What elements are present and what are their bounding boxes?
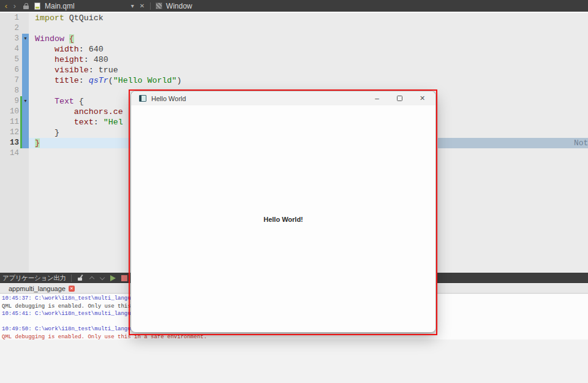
caption-buttons: – ✕ (362, 93, 435, 104)
close-button[interactable]: ✕ (415, 93, 430, 104)
code-token: } (35, 138, 40, 148)
code-token (35, 66, 55, 75)
code-token: title (55, 76, 79, 85)
file-tab[interactable]: Main.qml (45, 2, 75, 10)
code-line[interactable] (29, 23, 588, 34)
code-line[interactable]: import QtQuick (29, 13, 588, 23)
code-token: : (79, 76, 89, 85)
code-token (35, 118, 74, 127)
hello-world-app-window[interactable]: Hello World – ✕ Hello World! (130, 91, 436, 333)
output-line: QML debugging is enabled. Only use this … (2, 333, 588, 339)
editor-toolbar: ‹ › Main.qml ▾ ✕ Window (0, 0, 588, 12)
run-icon[interactable] (110, 275, 116, 281)
previous-item-icon[interactable] (89, 276, 94, 281)
code-token: true (99, 66, 118, 75)
clear-output-icon[interactable] (77, 275, 84, 281)
fold-arrow-icon[interactable]: ▾ (22, 34, 29, 44)
line-number[interactable]: 4 (0, 44, 19, 55)
line-number[interactable]: 3 (0, 34, 19, 44)
close-window-icon: ✕ (420, 94, 425, 102)
fold-arrow-icon[interactable]: ▾ (22, 96, 29, 107)
code-token: : (94, 118, 104, 127)
stop-icon[interactable] (121, 275, 127, 281)
code-token: "Hel (104, 118, 123, 127)
line-number[interactable]: 11 (0, 117, 19, 127)
code-token: ( (108, 76, 113, 85)
current-line-annotation-band: Not (438, 138, 588, 148)
close-document-icon[interactable]: ✕ (140, 2, 145, 9)
code-token (35, 76, 55, 85)
code-token: { (79, 97, 84, 106)
code-token: : (84, 55, 94, 64)
next-item-icon[interactable] (100, 276, 105, 281)
maximize-icon (397, 96, 402, 101)
code-token (35, 97, 55, 106)
line-number[interactable]: 8 (0, 86, 19, 96)
hello-world-text: Hello World! (263, 216, 303, 223)
line-number[interactable]: 9 (0, 96, 19, 107)
lock-icon[interactable] (23, 3, 29, 9)
symbol-icon (156, 2, 162, 9)
line-number[interactable]: 12 (0, 127, 19, 138)
line-annotation: Not (574, 138, 588, 148)
minimize-button[interactable]: – (369, 93, 385, 104)
dropdown-icon[interactable]: ▾ (131, 2, 134, 9)
line-number[interactable]: 2 (0, 23, 19, 34)
line-number[interactable]: 13 (0, 138, 19, 148)
code-token (35, 107, 74, 116)
code-token: width (55, 45, 79, 54)
code-token: QtQuick (64, 13, 104, 23)
line-number[interactable]: 6 (0, 65, 19, 75)
output-tab[interactable]: appmulti_language (9, 285, 66, 292)
qml-file-icon (34, 2, 40, 10)
code-line[interactable]: height: 480 (29, 55, 588, 65)
code-token: "Hello World" (113, 76, 177, 85)
app-window-title: Hello World (151, 95, 186, 102)
app-window-icon (139, 95, 146, 102)
line-number[interactable]: 14 (0, 148, 19, 159)
forward-icon[interactable]: › (12, 1, 18, 11)
code-token: Text (55, 97, 79, 106)
code-token: anchors.ce (74, 107, 123, 116)
line-number[interactable]: 10 (0, 107, 19, 117)
line-number[interactable]: 7 (0, 75, 19, 86)
code-line[interactable]: title: qsTr("Hello World") (29, 75, 588, 86)
back-icon[interactable]: ‹ (3, 1, 9, 11)
toolbar-separator (71, 275, 72, 282)
minimize-icon: – (375, 94, 379, 103)
changed-lines-bar (22, 34, 29, 148)
code-token: } (35, 128, 59, 137)
line-number[interactable]: 5 (0, 55, 19, 65)
maximize-button[interactable] (392, 93, 407, 104)
code-line[interactable]: Window { (29, 34, 588, 44)
code-token: : (79, 45, 89, 54)
code-token: 480 (94, 55, 108, 64)
toolbar-separator (150, 2, 151, 10)
code-token (35, 55, 55, 64)
qt-creator-window: ‹ › Main.qml ▾ ✕ Window 1234567891011121… (0, 0, 588, 383)
code-line[interactable]: width: 640 (29, 44, 588, 55)
tab-close-icon[interactable]: ✕ (69, 286, 75, 292)
code-token: { (69, 34, 74, 44)
symbol-selector[interactable]: Window (166, 2, 192, 10)
output-pane-title: アプリケーション出力 (2, 274, 66, 283)
code-token: visible (55, 66, 89, 75)
app-window-titlebar[interactable]: Hello World – ✕ (131, 91, 435, 105)
code-line[interactable]: visible: true (29, 65, 588, 75)
code-token: Window (35, 34, 69, 44)
code-token: qsTr (89, 76, 108, 85)
code-token: text (74, 118, 94, 127)
code-token (35, 45, 55, 54)
code-token: import (35, 13, 64, 23)
line-number[interactable]: 1 (0, 13, 19, 23)
code-token: : (89, 66, 99, 75)
code-token: ) (176, 76, 181, 85)
code-token: height (55, 55, 84, 64)
app-window-content: Hello World! (131, 105, 435, 333)
code-token: 640 (89, 45, 104, 54)
